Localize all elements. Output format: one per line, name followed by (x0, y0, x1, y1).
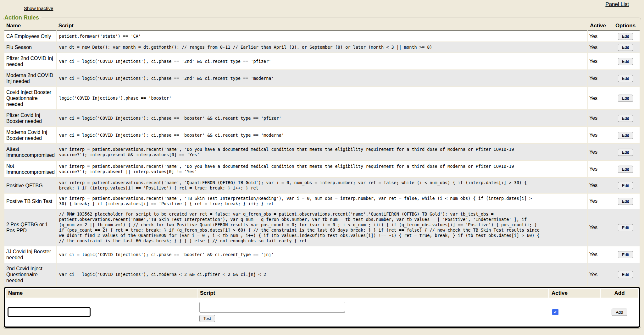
rule-row: Flu Season var dt = new Date(); var mont… (4, 42, 640, 52)
rule-active-status: Yes (588, 127, 611, 143)
rule-options-cell: Edit (611, 178, 640, 193)
rule-script: var interp = patient.observations.recent… (57, 178, 587, 193)
show-inactive-link[interactable]: Show Inactive (24, 6, 53, 11)
rule-options-cell: Edit (611, 87, 640, 109)
rule-active-status: Yes (588, 209, 611, 246)
rule-active-status: Yes (588, 31, 611, 41)
rule-options-cell: Edit (611, 246, 640, 263)
rule-row: Attest Immunocompromised var interp = pa… (4, 144, 640, 160)
rule-edit-button[interactable]: Edit (618, 115, 633, 122)
column-header-options: Options (611, 22, 640, 30)
rule-options-cell: Edit (611, 161, 640, 177)
rule-edit-button[interactable]: Edit (618, 224, 633, 231)
rule-row: Moderna 2nd COVID Inj needed var ci = lo… (4, 70, 640, 86)
rule-name: Attest Immunocompromised (4, 144, 56, 160)
column-header-active: Active (588, 22, 611, 30)
rule-row: Pfizer Covid Inj Booster needed var ci =… (4, 110, 640, 126)
add-column-header-active: Active (549, 289, 600, 298)
rule-edit-button[interactable]: Edit (618, 251, 633, 258)
column-header-script: Script (57, 22, 587, 30)
rule-row: Positive QFTBG var interp = patient.obse… (4, 178, 640, 193)
rule-script: var ci = logic('COVID Injections'); ci.m… (57, 263, 587, 286)
checkmark-icon: ✓ (553, 310, 557, 315)
rule-active-status: Yes (588, 263, 611, 286)
rule-edit-button[interactable]: Edit (618, 166, 633, 173)
active-checkbox[interactable]: ✓ (552, 309, 558, 315)
top-bar: Show Inactive Panel List (0, 0, 644, 14)
rule-edit-button[interactable]: Edit (618, 33, 633, 40)
rule-active-status: Yes (588, 53, 611, 69)
rule-edit-button[interactable]: Edit (618, 149, 633, 156)
rule-script: patient.formvar('state') == 'CA' (57, 31, 587, 41)
add-rule-input-row: Test ✓ Add (6, 298, 638, 326)
rule-options-cell: Edit (611, 209, 640, 246)
rule-name: Covid Inject Booster Questionnaire neede… (4, 87, 56, 109)
rule-row: Moderna Covid Inj Booster needed var ci … (4, 127, 640, 143)
add-name-cell (6, 298, 197, 326)
rule-row: Pfizer 2nd COVID Inj needed var ci = log… (4, 53, 640, 69)
rule-edit-button[interactable]: Edit (618, 95, 633, 102)
rule-script: var interp = patient.observations.recent… (57, 144, 587, 160)
rule-options-cell: Edit (611, 31, 640, 41)
rules-table: Name Script Active Options CA Employees … (4, 21, 640, 286)
add-rule-box: Name Script Active Add Test (4, 287, 640, 328)
rule-script: // RM# 103562 placeholder for script to … (57, 209, 587, 246)
action-rules-panel: Action Rules Name Script Active Options … (3, 14, 641, 329)
rule-row: JJ Covid Inj Booster needed var ci = log… (4, 246, 640, 263)
rule-script: var dt = new Date(); var month = dt.getM… (57, 42, 587, 52)
rule-row: Postive TB Skin Test var interp = patien… (4, 194, 640, 209)
rule-options-cell: Edit (611, 144, 640, 160)
rule-options-cell: Edit (611, 194, 640, 209)
rule-active-status: Yes (588, 144, 611, 160)
rule-active-status: Yes (588, 178, 611, 193)
rule-script: var interp = patient.observations.recent… (57, 194, 587, 209)
rule-row: 2nd Covid Inject Questionnaire needed va… (4, 263, 640, 286)
rule-edit-button[interactable]: Edit (618, 75, 633, 82)
rule-name: Flu Season (4, 42, 56, 52)
rule-script: logic('COVID Injections').phase == 'boos… (57, 87, 587, 109)
rule-edit-button[interactable]: Edit (618, 198, 633, 205)
rule-name-input[interactable] (8, 307, 91, 317)
action-rules-title: Action Rules (4, 14, 42, 21)
add-column-header-name: Name (6, 289, 197, 298)
add-button[interactable]: Add (612, 309, 627, 316)
rule-name: JJ Covid Inj Booster needed (4, 246, 56, 263)
rule-name: Moderna 2nd COVID Inj needed (4, 70, 56, 86)
rule-active-status: Yes (588, 246, 611, 263)
rule-options-cell: Edit (611, 110, 640, 126)
rule-script: var ci = logic('COVID Injections'); ci.p… (57, 53, 587, 69)
rule-name: Pfizer Covid Inj Booster needed (4, 110, 56, 126)
rule-edit-button[interactable]: Edit (618, 132, 633, 139)
add-script-cell: Test (197, 298, 548, 326)
rule-active-status: Yes (588, 70, 611, 86)
rule-edit-button[interactable]: Edit (618, 58, 633, 65)
rule-row: Not Immunocompromised var interp = patie… (4, 161, 640, 177)
rule-script: var ci = logic('COVID Injections'); ci.p… (57, 246, 587, 263)
add-button-cell: Add (601, 298, 638, 326)
rule-name: 2 Pos QFTBG or 1 Pos PPD (4, 209, 56, 246)
rule-edit-button[interactable]: Edit (618, 271, 633, 278)
rule-name: Postive TB Skin Test (4, 194, 56, 209)
rule-edit-button[interactable]: Edit (618, 44, 633, 51)
rule-options-cell: Edit (611, 53, 640, 69)
rule-edit-button[interactable]: Edit (618, 182, 633, 189)
test-button[interactable]: Test (199, 315, 215, 322)
rule-options-cell: Edit (611, 127, 640, 143)
rule-active-status: Yes (588, 110, 611, 126)
rule-row: 2 Pos QFTBG or 1 Pos PPD // RM# 103562 p… (4, 209, 640, 246)
rule-script: var ci = logic('COVID Injections'); ci.p… (57, 110, 587, 126)
rule-name: Moderna Covid Inj Booster needed (4, 127, 56, 143)
panel-list-link[interactable]: Panel List (605, 1, 629, 8)
rule-row: CA Employees Only patient.formvar('state… (4, 31, 640, 41)
rules-table-body: CA Employees Only patient.formvar('state… (4, 31, 640, 286)
add-column-header-add: Add (601, 289, 638, 298)
rule-name: Positive QFTBG (4, 178, 56, 193)
rule-active-status: Yes (588, 194, 611, 209)
rule-options-cell: Edit (611, 42, 640, 52)
rule-options-cell: Edit (611, 263, 640, 286)
rule-script-textarea[interactable] (199, 302, 345, 313)
add-active-cell: ✓ (549, 298, 600, 326)
rule-name: 2nd Covid Inject Questionnaire needed (4, 263, 56, 286)
rule-script: var interp = patient.observations.recent… (57, 161, 587, 177)
rule-row: Covid Inject Booster Questionnaire neede… (4, 87, 640, 109)
